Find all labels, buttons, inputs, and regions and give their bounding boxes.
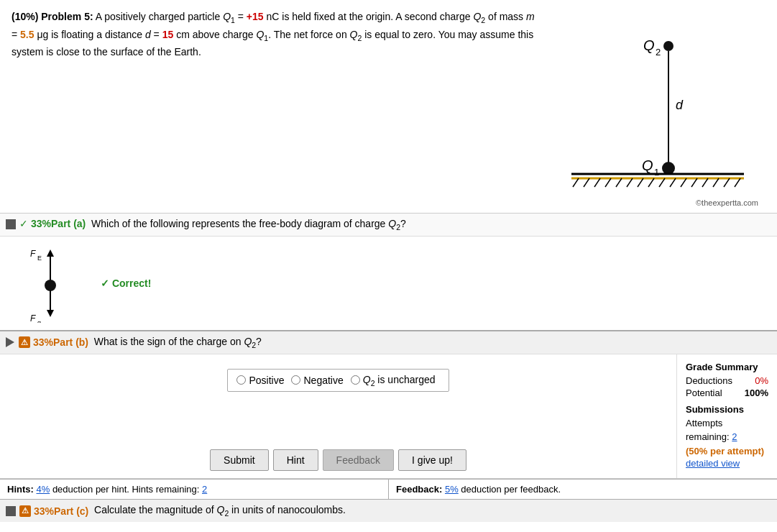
part-a-check-icon: ✓ xyxy=(19,218,28,229)
submissions-title: Submissions xyxy=(686,404,768,415)
problem-header: (10%) Problem 5: xyxy=(12,11,93,22)
hints-bar: Hints: 4% deduction per hint. Hints rema… xyxy=(0,479,777,500)
diagram-area: Q 2 d Q 1 xyxy=(535,9,765,207)
submit-button[interactable]: Submit xyxy=(210,449,269,471)
svg-line-23 xyxy=(713,178,719,187)
option-positive[interactable]: Positive xyxy=(236,375,284,386)
buttons-row: Submit Hint Feedback I give up! xyxy=(210,449,466,471)
svg-text:F: F xyxy=(30,313,36,323)
hints-right: Feedback: 5% deduction per feedback. xyxy=(389,480,777,499)
problem-intro: A positively charged particle Q1 = xyxy=(96,11,247,22)
attempts-value[interactable]: 2 xyxy=(732,431,737,442)
part-a-square-icon xyxy=(6,219,16,229)
hints-pct[interactable]: 4% xyxy=(36,484,50,495)
svg-line-16 xyxy=(638,178,643,187)
part-c-percentage: 33% xyxy=(34,505,54,517)
svg-point-0 xyxy=(663,41,673,51)
radio-negative[interactable] xyxy=(291,375,300,385)
option-uncharged-label: Q2 is uncharged xyxy=(363,374,436,387)
svg-point-30 xyxy=(45,280,56,291)
submissions-text: Attempts remaining: 2 xyxy=(686,416,768,444)
give-up-button[interactable]: I give up! xyxy=(398,449,466,471)
potential-value: 100% xyxy=(745,387,768,398)
svg-line-17 xyxy=(648,178,654,187)
svg-text:2: 2 xyxy=(656,47,661,58)
correct-label: ✓ Correct! xyxy=(101,278,151,289)
part-c-square-icon xyxy=(6,506,16,516)
svg-text:g: g xyxy=(37,319,41,323)
part-a-percentage: 33% xyxy=(31,218,51,229)
svg-line-12 xyxy=(594,178,600,187)
svg-line-24 xyxy=(724,178,730,187)
fbd-svg: F E F g xyxy=(29,244,86,323)
svg-text:F: F xyxy=(30,249,36,259)
potential-row: Potential 100% xyxy=(686,387,768,398)
svg-line-20 xyxy=(681,178,686,187)
fbd-diagram: F E F g xyxy=(29,244,86,323)
attempts-text: Attempts remaining: xyxy=(686,418,732,443)
radio-uncharged[interactable] xyxy=(351,375,360,385)
svg-line-25 xyxy=(735,178,740,187)
svg-line-15 xyxy=(627,178,633,187)
physics-diagram: Q 2 d Q 1 xyxy=(543,9,758,196)
feedback-button[interactable]: Feedback xyxy=(323,449,394,471)
part-b-wrapper: ⚠ 33% Part (b) What is the sign of the c… xyxy=(0,331,777,480)
deductions-row: Deductions 0% xyxy=(686,375,768,386)
hints-text: deduction per hint. Hints remaining: xyxy=(52,484,202,495)
svg-line-10 xyxy=(573,178,579,187)
detailed-view-link[interactable]: detailed view xyxy=(686,458,740,469)
hints-left: Hints: 4% deduction per hint. Hints rema… xyxy=(0,480,389,499)
svg-line-18 xyxy=(659,178,665,187)
feedback-text: deduction per feedback. xyxy=(461,484,561,495)
deductions-label: Deductions xyxy=(686,375,732,386)
potential-label: Potential xyxy=(686,387,722,398)
part-b-main: Positive Negative Q2 is uncharged Submit… xyxy=(0,354,676,479)
feedback-pct[interactable]: 5% xyxy=(445,484,459,495)
part-c-label: Part (c) xyxy=(54,505,88,517)
feedback-label: Feedback: xyxy=(396,484,442,495)
option-negative-label: Negative xyxy=(303,375,343,386)
svg-line-14 xyxy=(616,178,622,187)
svg-text:Q: Q xyxy=(642,157,653,173)
svg-text:Q: Q xyxy=(643,37,655,53)
svg-marker-29 xyxy=(47,249,54,257)
part-c-warning-icon: ⚠ xyxy=(19,505,31,517)
radio-group: Positive Negative Q2 is uncharged xyxy=(227,369,449,393)
part-b-triangle-icon xyxy=(6,337,14,347)
problem-text: (10%) Problem 5: A positively charged pa… xyxy=(12,9,535,60)
svg-text:d: d xyxy=(676,98,684,112)
svg-text:E: E xyxy=(37,254,42,262)
part-b-header: ⚠ 33% Part (b) What is the sign of the c… xyxy=(0,331,777,354)
svg-line-19 xyxy=(670,178,676,187)
svg-line-22 xyxy=(702,178,708,187)
per-attempt-text: (50% per attempt) xyxy=(686,444,768,459)
hints-label: Hints: xyxy=(7,484,34,495)
grade-summary: Grade Summary Deductions 0% Potential 10… xyxy=(676,354,777,479)
hints-remaining[interactable]: 2 xyxy=(202,484,207,495)
svg-point-5 xyxy=(662,162,675,175)
option-uncharged[interactable]: Q2 is uncharged xyxy=(351,374,436,387)
part-b-label: Part (b) xyxy=(53,336,88,348)
part-b-warning-icon: ⚠ xyxy=(19,336,30,348)
part-b-body: Positive Negative Q2 is uncharged Submit… xyxy=(0,354,777,479)
part-a-header: ✓ 33% Part (a) Which of the following re… xyxy=(0,214,777,237)
option-positive-label: Positive xyxy=(249,375,284,386)
part-a-question: Which of the following represents the fr… xyxy=(86,218,406,231)
hint-button[interactable]: Hint xyxy=(273,449,318,471)
part-b-percentage: 33% xyxy=(33,336,53,348)
deductions-value: 0% xyxy=(755,375,768,386)
part-c-row: ⚠ 33% Part (c) Calculate the magnitude o… xyxy=(0,500,777,522)
copyright-text: ©theexpertta.com xyxy=(696,198,765,207)
radio-positive[interactable] xyxy=(236,375,246,385)
grade-summary-title: Grade Summary xyxy=(686,362,768,372)
svg-line-21 xyxy=(691,178,697,187)
part-c-question: Calculate the magnitude of Q2 in units o… xyxy=(88,504,346,518)
svg-marker-32 xyxy=(47,310,54,317)
svg-text:1: 1 xyxy=(654,167,659,178)
problem-section: (10%) Problem 5: A positively charged pa… xyxy=(0,0,777,214)
svg-line-11 xyxy=(584,178,589,187)
part-a-label: Part (a) xyxy=(51,218,86,229)
part-a-content: F E F g ✓ Correct! xyxy=(0,237,777,331)
svg-line-13 xyxy=(605,178,611,187)
option-negative[interactable]: Negative xyxy=(291,375,343,386)
